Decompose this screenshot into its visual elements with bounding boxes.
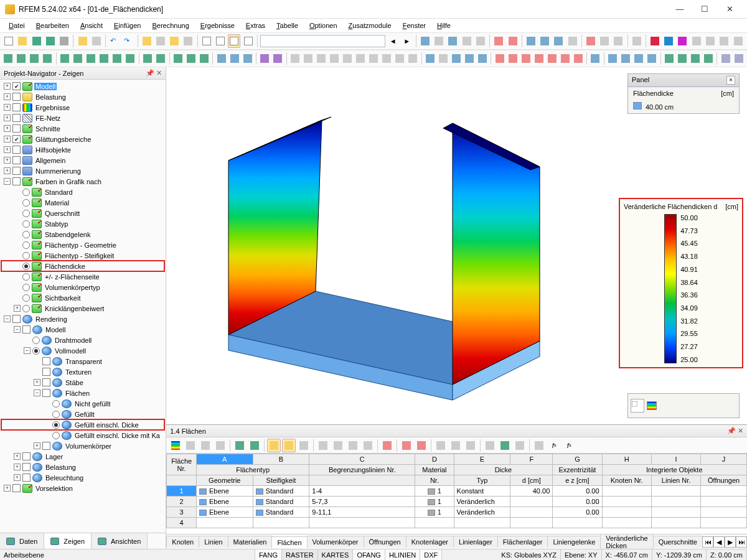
loadcase-dropdown[interactable] — [260, 35, 386, 47]
tool-btn-26[interactable] — [506, 34, 519, 48]
menu-ansicht[interactable]: Ansicht — [75, 21, 108, 30]
undo-button[interactable]: ↶ — [108, 34, 121, 48]
checkbox-icon[interactable] — [22, 474, 31, 482]
status-btn-hlinien[interactable]: HLINIEN — [385, 549, 420, 560]
tree-item-fl-chentyp-geometrie[interactable]: Flächentyp - Geometrie — [1, 240, 164, 250]
tree-item-knickl-ngenbeiwert[interactable]: +Knicklängenbeiwert — [1, 303, 164, 314]
tree-item-modell[interactable]: −Modell — [1, 324, 164, 335]
t2-41[interactable] — [559, 52, 571, 65]
checkbox-icon[interactable] — [42, 368, 50, 376]
tree-item-nummerierung[interactable]: +Nummerierung — [1, 166, 164, 176]
radio-icon[interactable] — [22, 273, 30, 281]
radio-icon[interactable] — [22, 263, 30, 270]
t2-28[interactable] — [381, 52, 393, 65]
t2-40[interactable] — [546, 52, 558, 65]
tool-btn-11[interactable] — [154, 34, 167, 48]
table-tab-flächen[interactable]: Flächen — [271, 536, 307, 548]
tool-btn-31[interactable] — [585, 34, 597, 48]
panel-options-button[interactable]: ⬚ — [631, 399, 644, 413]
checkbox-icon[interactable] — [12, 103, 21, 111]
expand-icon[interactable]: − — [34, 390, 40, 396]
t2-33[interactable] — [450, 52, 462, 65]
t2-04[interactable] — [42, 52, 54, 65]
table-row[interactable]: 2EbeneStandard5-7,31Veränderlich0.00 — [167, 497, 747, 507]
expand-icon[interactable]: + — [14, 474, 21, 481]
expand-icon[interactable]: + — [4, 157, 11, 164]
tt-25[interactable]: fx — [562, 439, 576, 452]
t2-09[interactable] — [111, 52, 123, 65]
radio-icon[interactable] — [32, 337, 40, 344]
tt-04[interactable] — [214, 439, 227, 452]
tool-btn-16[interactable] — [228, 34, 240, 48]
t2-34[interactable] — [463, 52, 475, 65]
t2-03[interactable] — [29, 52, 40, 65]
menu-berechnung[interactable]: Berechnung — [147, 21, 194, 30]
t2-10[interactable] — [125, 52, 136, 65]
t2-19[interactable] — [259, 52, 271, 65]
tool-btn-37[interactable] — [676, 34, 688, 48]
radio-icon[interactable] — [22, 189, 30, 196]
tt-01[interactable] — [169, 439, 182, 452]
tree-item-gef-llt[interactable]: Gefüllt — [1, 409, 164, 419]
tree-item-belastung[interactable]: +Belastung — [1, 462, 164, 472]
t2-12[interactable] — [155, 52, 167, 65]
radio-icon[interactable] — [52, 400, 60, 408]
expand-icon[interactable]: + — [4, 146, 11, 153]
new-button[interactable] — [2, 34, 15, 48]
t2-36[interactable] — [494, 52, 505, 65]
t2-53[interactable] — [733, 52, 745, 65]
checkbox-icon[interactable] — [12, 93, 21, 101]
menu-zusatzmodule[interactable]: Zusatzmodule — [344, 21, 397, 30]
t2-31[interactable] — [424, 52, 436, 65]
radio-icon[interactable] — [52, 421, 60, 429]
status-btn-raster[interactable]: RASTER — [282, 549, 318, 560]
tool-btn-21[interactable] — [433, 34, 445, 48]
tool-btn-10[interactable] — [140, 34, 153, 48]
tree-item-vorselektion[interactable]: +Vorselektion — [1, 483, 164, 493]
navigator-tree[interactable]: +✔Modell+Belastung+Ergebnisse+FE-Netz+Sc… — [0, 80, 166, 533]
radio-icon[interactable] — [22, 199, 30, 207]
print-button[interactable] — [58, 34, 70, 48]
checkbox-icon[interactable] — [12, 177, 21, 185]
expand-icon[interactable]: + — [4, 93, 11, 100]
radio-icon[interactable] — [22, 294, 30, 302]
nav-tab-ansichten[interactable]: Ansichten — [92, 533, 148, 549]
checkbox-icon[interactable] — [12, 484, 21, 492]
tree-item-fl-chen[interactable]: −Flächen — [1, 388, 164, 398]
tool-btn-39[interactable] — [704, 34, 716, 48]
t2-11[interactable] — [142, 52, 154, 65]
radio-icon[interactable] — [22, 210, 30, 217]
table-row[interactable]: 3EbeneStandard9-11,11Veränderlich0.00 — [167, 507, 747, 518]
tree-item-texturen[interactable]: Texturen — [1, 366, 164, 377]
open-button[interactable] — [16, 34, 29, 48]
tt-07[interactable] — [267, 439, 281, 452]
tree-item-fe-netz[interactable]: +FE-Netz — [1, 113, 164, 123]
tt-05[interactable] — [233, 439, 247, 452]
tool-btn-29[interactable] — [552, 34, 565, 48]
status-btn-dxf[interactable]: DXF — [420, 549, 442, 560]
tt-13[interactable] — [361, 439, 375, 452]
expand-icon[interactable]: + — [4, 125, 11, 132]
tree-item-querschnitt[interactable]: Querschnitt — [1, 208, 164, 218]
tool-btn-06[interactable] — [76, 34, 88, 48]
t2-26[interactable] — [355, 52, 367, 65]
tree-item-beleuchtung[interactable]: +Beleuchtung — [1, 472, 164, 483]
radio-icon[interactable] — [22, 284, 30, 291]
3d-viewport[interactable]: Panel × Flächendicke [cm] 40.00 cm Verän… — [166, 67, 747, 424]
tt-09[interactable] — [297, 439, 311, 452]
checkbox-icon[interactable]: ✔ — [12, 135, 21, 143]
checkbox-icon[interactable] — [12, 315, 21, 323]
tree-item-modell[interactable]: +✔Modell — [1, 81, 164, 91]
status-btn-ofang[interactable]: OFANG — [353, 549, 385, 560]
menu-einfügen[interactable]: Einfügen — [109, 21, 146, 30]
checkbox-icon[interactable] — [42, 357, 50, 365]
tt-19[interactable] — [464, 439, 477, 452]
t2-14[interactable] — [185, 52, 197, 65]
save-button[interactable] — [31, 34, 43, 48]
table-row[interactable]: 1EbeneStandard1-41Konstant40.000.00 — [167, 486, 747, 497]
tree-item-material[interactable]: Material — [1, 197, 164, 208]
t2-21[interactable] — [289, 52, 301, 65]
tree-item-standard[interactable]: Standard — [1, 187, 164, 197]
expand-icon[interactable]: + — [4, 104, 11, 111]
tool-btn-40[interactable] — [718, 34, 730, 48]
